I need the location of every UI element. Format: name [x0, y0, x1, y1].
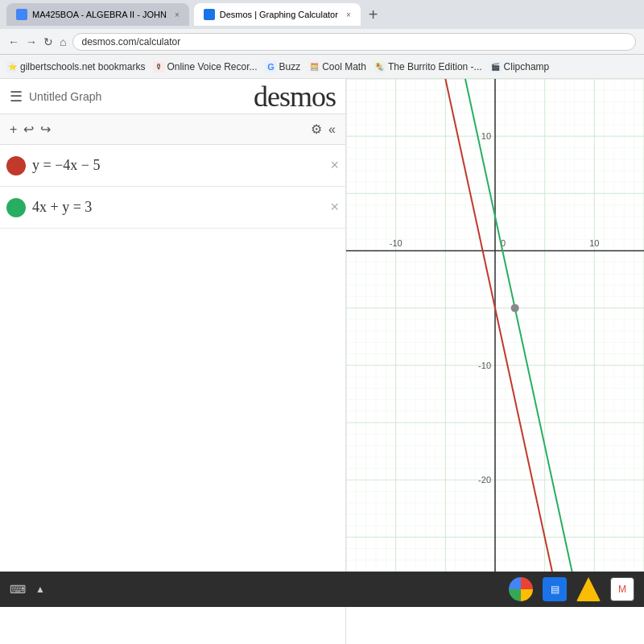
- taskbar-triangle-icon[interactable]: [576, 577, 601, 601]
- collapse-panel-icon[interactable]: «: [328, 122, 336, 137]
- keyboard-icon: ⌨: [10, 583, 26, 596]
- expression-color-2[interactable]: [6, 198, 26, 217]
- bookmarks-bar: ⭐ gilbertschools.net bookmarks 🎙 Online …: [0, 55, 644, 79]
- tab-close-desmos[interactable]: ×: [346, 10, 351, 19]
- bookmark-clipchamp[interactable]: 🎬 Clipchamp: [490, 61, 550, 72]
- bookmark-label-burrito: The Burrito Edition -...: [388, 61, 482, 72]
- redo-button[interactable]: ↪: [40, 122, 51, 137]
- bookmark-gilbertschools[interactable]: ⭐ gilbertschools.net bookmarks: [6, 61, 145, 72]
- bookmark-buzz[interactable]: G Buzz: [265, 61, 300, 72]
- tab-close-algebra[interactable]: ×: [175, 10, 180, 19]
- settings-icon[interactable]: ⚙: [311, 122, 322, 137]
- hamburger-menu[interactable]: ☰: [10, 88, 23, 105]
- bookmark-icon-burrito: 🌯: [374, 61, 386, 72]
- bookmark-icon-voice: 🎙: [153, 61, 164, 72]
- bookmark-icon-gilbertschools: ⭐: [6, 61, 18, 72]
- bookmark-label-buzz: Buzz: [279, 61, 300, 72]
- expression-row-2: 4x + y = 3 ×: [0, 187, 345, 229]
- graph-canvas: [346, 79, 644, 572]
- bookmark-label-coolmath: Cool Math: [322, 61, 366, 72]
- add-expression-button[interactable]: +: [10, 122, 17, 137]
- bookmark-burrito[interactable]: 🌯 The Burrito Edition -...: [374, 61, 482, 72]
- bookmark-label-gilbertschools: gilbertschools.net bookmarks: [20, 61, 145, 72]
- bookmark-icon-clipchamp: 🎬: [490, 61, 502, 72]
- address-bar[interactable]: desmos.com/calculator: [72, 33, 636, 51]
- refresh-button[interactable]: ↻: [43, 35, 53, 48]
- tab-label-desmos: Desmos | Graphing Calculator: [220, 10, 338, 19]
- undo-button[interactable]: ↩: [23, 122, 34, 137]
- expression-panel: ☰ Untitled Graph desmos + ↩ ↪ ⚙ « y = −4…: [0, 79, 346, 644]
- expression-toolbar: + ↩ ↪ ⚙ «: [0, 114, 345, 145]
- address-bar-container: ← → ↻ ⌂ desmos.com/calculator: [0, 29, 644, 55]
- bookmark-label-voice: Online Voice Recor...: [167, 61, 257, 72]
- tab-label-algebra: MA425BOA - ALGEBRA II - JOHN: [32, 10, 167, 19]
- tab-algebra[interactable]: MA425BOA - ALGEBRA II - JOHN ×: [6, 3, 189, 26]
- taskbar-drive-icon[interactable]: ▤: [543, 577, 567, 601]
- back-button[interactable]: ←: [8, 35, 19, 48]
- bookmark-icon-coolmath: 🧮: [308, 61, 320, 72]
- desmos-header: ☰ Untitled Graph desmos: [0, 79, 345, 114]
- home-button[interactable]: ⌂: [60, 35, 66, 48]
- app-container: ☰ Untitled Graph desmos + ↩ ↪ ⚙ « y = −4…: [0, 79, 644, 644]
- expression-row-1: y = −4x − 5 ×: [0, 145, 345, 187]
- expression-formula-2: 4x + y = 3: [32, 199, 92, 215]
- expression-input-1[interactable]: y = −4x − 5: [32, 151, 324, 180]
- tab-favicon-desmos: [204, 9, 215, 20]
- bookmark-voice[interactable]: 🎙 Online Voice Recor...: [153, 61, 257, 72]
- tab-favicon-algebra: [16, 9, 27, 20]
- bookmark-label-clipchamp: Clipchamp: [504, 61, 550, 72]
- expression-close-1[interactable]: ×: [330, 157, 339, 174]
- tab-desmos[interactable]: Desmos | Graphing Calculator ×: [194, 3, 361, 26]
- graph-title: Untitled Graph: [29, 90, 254, 103]
- new-tab-button[interactable]: +: [369, 6, 378, 24]
- graph-area[interactable]: desmos: [346, 79, 644, 644]
- taskbar: ⌨ ▲ ▤ M: [0, 572, 644, 607]
- expression-close-2[interactable]: ×: [330, 199, 339, 216]
- expression-formula-1: y = −4x − 5: [32, 157, 100, 173]
- browser-tab-bar: MA425BOA - ALGEBRA II - JOHN × Desmos | …: [0, 0, 644, 29]
- taskbar-chrome-icon[interactable]: [509, 577, 533, 601]
- bookmark-icon-buzz: G: [265, 61, 276, 72]
- desmos-logo: desmos: [254, 80, 336, 114]
- expression-color-1[interactable]: [6, 156, 26, 175]
- bookmark-coolmath[interactable]: 🧮 Cool Math: [308, 61, 366, 72]
- forward-button[interactable]: →: [26, 35, 37, 48]
- main-content: ☰ Untitled Graph desmos + ↩ ↪ ⚙ « y = −4…: [0, 79, 644, 607]
- taskbar-arrow: ▲: [35, 584, 45, 595]
- taskbar-gmail-icon[interactable]: M: [610, 577, 634, 601]
- expression-input-2[interactable]: 4x + y = 3: [32, 192, 324, 222]
- address-text: desmos.com/calculator: [81, 36, 180, 47]
